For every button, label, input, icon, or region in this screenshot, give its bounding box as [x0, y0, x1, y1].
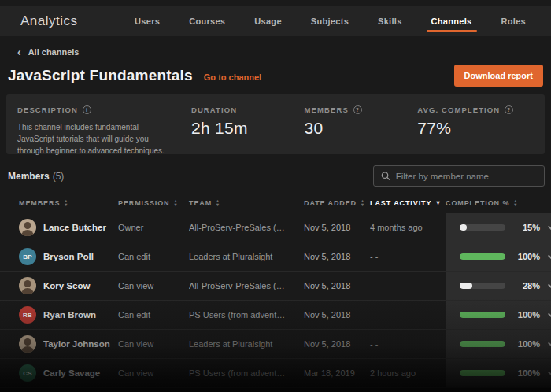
chevron-down-icon[interactable]: [548, 368, 551, 376]
chevron-left-icon: ‹: [17, 48, 21, 56]
breadcrumb-label: All channels: [28, 47, 80, 57]
member-permission: Owner: [118, 223, 189, 232]
member-team: All-ProServ-PreSales (…: [189, 223, 304, 232]
member-permission: Can view: [118, 368, 189, 378]
duration-value: 2h 15m: [191, 119, 305, 138]
tab-courses[interactable]: Courses: [187, 7, 227, 35]
members-table: MEMBERS ▴▾ PERMISSION ▴▾ TEAM ▴▾ DATE AD…: [0, 193, 551, 388]
table-row: CS Carly Savage Can view PS Users (from …: [0, 359, 551, 388]
member-permission: Can view: [118, 281, 189, 290]
member-date-added: Nov 5, 2018: [304, 223, 370, 232]
chevron-down-icon[interactable]: [548, 339, 551, 347]
member-last-activity: - -: [370, 252, 446, 261]
tab-channels[interactable]: Channels: [430, 7, 474, 35]
column-header-members[interactable]: MEMBERS ▴▾: [19, 199, 118, 207]
member-team: PS Users (from advent…: [189, 368, 304, 378]
member-filter[interactable]: [373, 165, 545, 187]
member-name: Ryan Brown: [43, 310, 96, 320]
member-permission: Can view: [118, 339, 189, 349]
question-icon[interactable]: ?: [505, 105, 513, 114]
member-last-activity: - -: [370, 310, 446, 320]
page-title: JavaScript Fundamentals: [8, 67, 193, 84]
info-icon[interactable]: i: [83, 105, 91, 114]
tab-roles[interactable]: Roles: [500, 7, 527, 35]
sort-icon: ▴▾: [514, 199, 517, 207]
member-team: PS Users (from advent…: [189, 310, 304, 320]
member-name: Kory Scow: [43, 281, 90, 290]
member-name: Bryson Poll: [43, 252, 94, 261]
top-bar: Analytics UsersCoursesUsageSubjectsSkill…: [0, 6, 551, 36]
duration-stat: DURATION 2h 15m: [191, 105, 305, 142]
completion-percent: 100%: [513, 252, 540, 261]
app-title: Analytics: [20, 13, 78, 29]
table-body: Lance Butcher Owner All-ProServ-PreSales…: [0, 213, 551, 388]
top-nav: UsersCoursesUsageSubjectsSkillsChannelsR…: [133, 7, 537, 35]
table-row: Kory Scow Can view All-ProServ-PreSales …: [0, 272, 551, 301]
column-header-permission[interactable]: PERMISSION ▴▾: [118, 199, 189, 207]
tab-subjects[interactable]: Subjects: [309, 7, 350, 35]
completion-bar: [460, 312, 505, 318]
completion-bar: [460, 224, 505, 231]
completion-bar: [460, 341, 505, 347]
avg-completion-label: AVG. COMPLETION: [417, 105, 500, 114]
member-permission: Can edit: [118, 252, 189, 261]
sort-icon: ▴▾: [216, 199, 220, 207]
column-header-last-activity[interactable]: LAST ACTIVITY ▾: [370, 199, 446, 207]
member-team: Leaders at Pluralsight: [189, 339, 304, 349]
completion-percent: 100%: [513, 310, 540, 320]
column-header-date-added[interactable]: DATE ADDED ▴▾: [304, 199, 370, 207]
go-to-channel-link[interactable]: Go to channel: [204, 72, 261, 82]
members-stat: MEMBERS ? 30: [305, 105, 418, 142]
avatar: RB: [19, 306, 36, 324]
description-block: DESCRIPTION i This channel includes fund…: [17, 105, 191, 142]
members-title-text: Members: [8, 171, 50, 182]
avatar: [19, 277, 36, 294]
member-date-added: Nov 5, 2018: [304, 339, 370, 349]
chevron-down-icon[interactable]: [548, 223, 551, 231]
tab-skills[interactable]: Skills: [376, 7, 404, 35]
member-name: Lance Butcher: [43, 223, 106, 232]
chevron-down-icon[interactable]: [548, 281, 551, 289]
member-team: All-ProServ-PreSales (…: [189, 281, 304, 290]
sort-icon: ▾: [436, 200, 440, 206]
chevron-down-icon[interactable]: [548, 310, 551, 318]
tab-users[interactable]: Users: [133, 7, 161, 35]
table-row: BP Bryson Poll Can edit Leaders at Plura…: [0, 242, 551, 272]
avg-completion-stat: AVG. COMPLETION ? 77%: [417, 105, 531, 142]
completion-percent: 100%: [513, 368, 540, 378]
member-name: Taylor Johnson: [43, 339, 110, 349]
breadcrumb-all-channels[interactable]: ‹ All channels: [0, 36, 79, 57]
duration-label: DURATION: [191, 105, 237, 114]
completion-percent: 15%: [513, 223, 540, 232]
channel-summary-card: DESCRIPTION i This channel includes fund…: [6, 94, 545, 154]
completion-bar: [460, 370, 505, 376]
completion-percent: 100%: [513, 339, 540, 349]
completion-bar: [460, 253, 505, 260]
member-date-added: Nov 5, 2018: [304, 281, 370, 290]
sort-icon: ▴▾: [65, 199, 68, 207]
column-header-team[interactable]: TEAM ▴▾: [189, 199, 304, 207]
members-section-title: Members(5): [8, 171, 64, 182]
sort-icon: ▴▾: [361, 199, 364, 207]
analytics-channel-detail-screen: Analytics UsersCoursesUsageSubjectsSkill…: [0, 0, 551, 392]
table-row: RB Ryan Brown Can edit PS Users (from ad…: [0, 301, 551, 330]
members-value: 30: [305, 119, 418, 138]
avatar: BP: [19, 248, 36, 265]
member-last-activity: - -: [370, 339, 446, 349]
question-icon[interactable]: ?: [353, 105, 362, 114]
search-icon: [381, 171, 390, 181]
table-row: Lance Butcher Owner All-ProServ-PreSales…: [0, 213, 551, 242]
page-header: JavaScript Fundamentals Go to channel Do…: [0, 57, 551, 87]
members-count: (5): [53, 171, 65, 182]
tab-usage[interactable]: Usage: [253, 7, 283, 35]
table-row: Taylor Johnson Can view Leaders at Plura…: [0, 330, 551, 359]
sort-icon: ▴▾: [175, 199, 178, 207]
download-report-button[interactable]: Download report: [454, 65, 543, 87]
filter-input[interactable]: [396, 172, 537, 181]
member-last-activity: 2 hours ago: [370, 368, 446, 378]
chevron-down-icon[interactable]: [548, 252, 551, 260]
avatar: [19, 335, 36, 353]
description-text: This channel includes fundamental JavaSc…: [17, 121, 175, 157]
column-header-completion[interactable]: COMPLETION % ▴▾: [446, 199, 551, 207]
members-section-header: Members(5): [0, 154, 551, 193]
